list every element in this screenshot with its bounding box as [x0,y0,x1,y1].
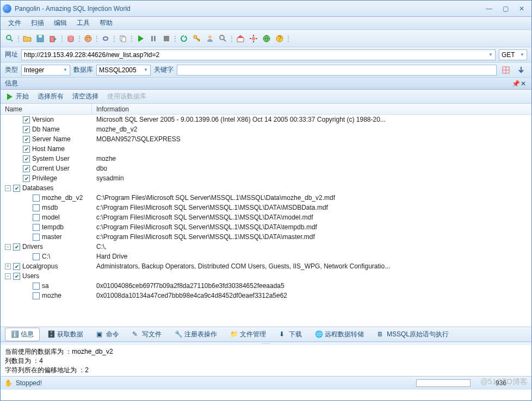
save-icon[interactable] [34,33,46,45]
export-icon[interactable] [47,33,59,45]
tree-row[interactable]: −Databases [1,183,531,193]
type-select[interactable]: Integer ▼ [21,65,70,76]
checkbox[interactable] [23,136,30,143]
stop-icon[interactable] [160,33,172,45]
expand-icon[interactable]: − [5,244,11,250]
checkbox[interactable] [23,175,30,182]
minimize-button[interactable]: — [481,4,497,14]
checkbox[interactable] [13,185,20,192]
output-panel[interactable]: 当前使用的数据库为 ：mozhe_db_v2 列数目为 ：4 字符列所在的偏移地… [1,345,531,377]
tree-row[interactable]: Server NameMOBAN9527\SQLEXPRESS [1,134,531,144]
menu-file[interactable]: 文件 [4,17,26,29]
tab-registry[interactable]: 🔧注册表操作 [169,328,222,341]
checkbox[interactable] [23,126,30,133]
tree-row[interactable]: +LocalgropusAdministrators, Backup Opera… [1,261,531,271]
home-icon[interactable] [234,33,246,45]
checkbox[interactable] [33,253,40,260]
user-icon[interactable] [204,33,216,45]
tree-row[interactable]: sa0x01004086ceb697f7b09a2f8da27110b6e3fd… [1,281,531,291]
menu-scan[interactable]: 扫描 [27,17,48,29]
tree-row[interactable]: msdbc:\Program Files\Microsoft SQL Serve… [1,203,531,212]
tree-body[interactable]: VersionMicrosoft SQL Server 2005 - 9.00.… [1,115,531,327]
checkbox[interactable] [23,155,30,162]
grid-icon[interactable] [500,64,512,76]
tab-download[interactable]: ⬇下载 [274,328,307,341]
checkbox[interactable] [33,224,40,231]
checkbox[interactable] [23,146,30,153]
pause-icon[interactable] [147,33,159,45]
tree-row[interactable]: modelc:\Program Files\Microsoft SQL Serv… [1,212,531,222]
tab-write-file[interactable]: ✎写文件 [127,328,167,341]
tree-row[interactable]: mozhe_db_v2C:\Program Files\Microsoft SQ… [1,193,531,203]
keyword-input[interactable] [177,65,497,76]
checkbox[interactable] [33,195,40,202]
node-info: mozhe [92,155,531,162]
checkbox[interactable] [33,214,40,221]
tree-row[interactable]: −Users [1,271,531,281]
expand-icon[interactable]: + [5,264,11,270]
column-name[interactable]: Name [1,104,92,114]
checkbox[interactable] [23,165,30,172]
tree-row[interactable]: −DriversC:\, [1,242,531,252]
link-icon[interactable] [100,33,112,45]
help-icon[interactable]: ? [274,33,286,45]
tree-row[interactable]: masterc:\Program Files\Microsoft SQL Ser… [1,232,531,242]
node-info: C:\, [92,243,531,250]
tree-row[interactable]: Current Userdbo [1,164,531,173]
checkbox[interactable] [33,204,40,211]
tree-row[interactable]: Host Name [1,144,531,154]
maximize-button[interactable]: ▢ [498,4,513,14]
tab-command[interactable]: ▣命令 [91,328,125,341]
checkbox[interactable] [33,283,40,290]
node-info: c:\Program Files\Microsoft SQL Server\MS… [92,204,531,211]
tree-row[interactable]: VersionMicrosoft SQL Server 2005 - 9.00.… [1,115,531,124]
tree-row[interactable]: C:\Hard Drive [1,252,531,261]
url-label: 网址 [5,50,18,59]
expand-icon [24,195,30,201]
close-panel-icon[interactable]: ✕ [519,80,527,87]
tab-info[interactable]: ℹ️信息 [5,328,40,341]
folder-icon[interactable] [21,33,33,45]
select-all-button[interactable]: 选择所有 [38,92,64,101]
checkbox[interactable] [33,234,40,241]
search-icon[interactable] [217,33,229,45]
tab-remote-dump[interactable]: 🌐远程数据转储 [310,328,369,341]
settings-icon[interactable] [248,33,259,45]
pin-icon[interactable]: 📌 [512,80,519,87]
db-select[interactable]: MSSQL2005 ▼ [96,65,151,76]
tree-row[interactable]: Privilegesysadmin [1,173,531,183]
checkbox[interactable] [13,273,20,280]
menu-help[interactable]: 帮助 [95,17,117,29]
checkbox[interactable] [13,243,20,250]
output-line: 当前使用的数据库为 ：mozhe_db_v2 [5,347,527,356]
checkbox[interactable] [23,116,30,123]
arrow-down-icon[interactable] [515,64,527,76]
menu-edit[interactable]: 编辑 [50,17,71,29]
tree-row[interactable]: tempdbc:\Program Files\Microsoft SQL Ser… [1,222,531,232]
play-icon[interactable] [134,33,146,45]
checkbox[interactable] [33,292,40,299]
tab-raw-sql[interactable]: 🗎MSSQL原始语句执行 [372,328,454,341]
checkbox[interactable] [13,263,20,270]
clear-selection-button[interactable]: 清空选择 [72,92,98,101]
key-icon[interactable] [191,33,203,45]
expand-icon[interactable]: − [5,273,11,279]
tree-row[interactable]: mozhe0x01008da10134a47ced7bbb98e4ca9c4d8… [1,291,531,300]
column-info[interactable]: Information [92,104,531,114]
tree-row[interactable]: Db Namemozhe_db_v2 [1,124,531,134]
copy-icon[interactable] [117,33,129,45]
palette-icon[interactable] [82,33,94,45]
menu-tools[interactable]: 工具 [72,17,94,29]
start-button[interactable]: 开始 [5,92,29,101]
globe-icon[interactable] [261,33,273,45]
url-input[interactable]: http://219.153.49.228:44626/new_list.asp… [21,49,496,60]
zoom-icon[interactable] [4,33,16,45]
method-select[interactable]: GET ▼ [499,49,527,60]
close-button[interactable]: ✕ [514,4,529,14]
tab-fetch-data[interactable]: 🗄️获取数据 [42,328,89,341]
db-icon[interactable] [65,33,77,45]
expand-icon[interactable]: − [5,185,11,191]
refresh-icon[interactable] [178,33,190,45]
tree-row[interactable]: System Usermozhe [1,154,531,164]
tab-file-manager[interactable]: 📁文件管理 [225,328,271,341]
